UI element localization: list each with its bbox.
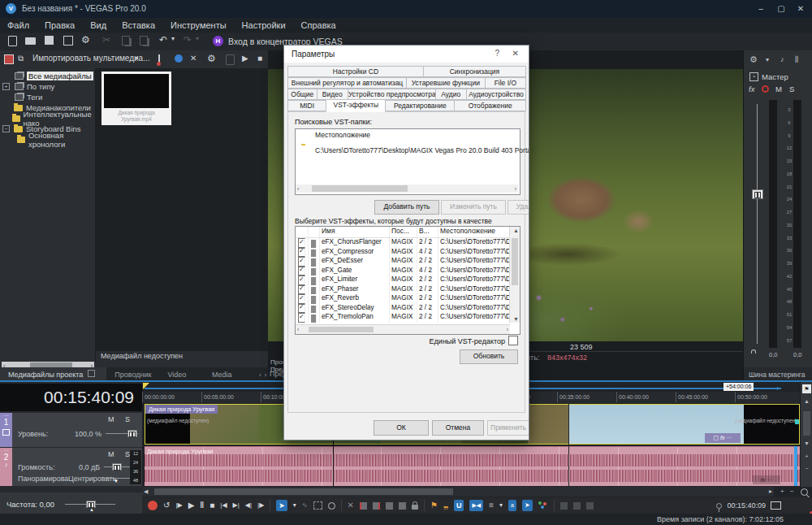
video-track-header[interactable]: ⋯ 1 M S Уровень: 100,0 % (0, 413, 142, 447)
new-project-icon[interactable] (8, 36, 17, 46)
scrollbar-thumb[interactable] (512, 238, 518, 285)
preview-stop-icon[interactable]: ■ (257, 54, 262, 63)
vst-effect-row[interactable]: eFX_StereoDelay MAGIX 2 / 2 C:\Users\DTo… (296, 304, 520, 314)
effect-enabled-checkbox[interactable] (298, 248, 305, 258)
ok-button[interactable]: ОК (374, 420, 429, 436)
audio-clip[interactable]: Дикая природа Уругвая fx ⋯ (145, 446, 800, 486)
scroll-down-icon[interactable]: ▼ (801, 440, 812, 446)
title-bar[interactable]: V Без названия * - VEGAS Pro 20.0 – ▢ ✕ (0, 0, 812, 18)
video-clip-buttons[interactable]: ▢ fx ⋯ (705, 433, 741, 443)
vst-effect-row[interactable]: eFX_Reverb MAGIX 2 / 2 C:\Users\DToretto… (296, 294, 520, 304)
effect-enabled-checkbox[interactable] (298, 285, 305, 295)
effect-enabled-checkbox[interactable] (298, 257, 305, 267)
scroll-up-icon[interactable]: ▲ (512, 228, 520, 233)
menu-item[interactable]: Правка (45, 20, 75, 30)
tab-video[interactable]: Видео (317, 89, 348, 100)
selection-tool-button[interactable]: ➤ (276, 500, 287, 511)
normal-edit-tool-toggle[interactable]: ➤ (522, 500, 533, 511)
level-value[interactable]: 100,0 % (75, 430, 102, 438)
vst-folders-list[interactable]: Местоположение C:\Users\DToretto777\Desk… (295, 128, 520, 195)
scrollbar-thumb[interactable] (309, 327, 374, 332)
dialog-title-bar[interactable]: Параметры ? ✕ (284, 46, 529, 63)
project-properties-gear-icon[interactable]: ⚙ (81, 34, 90, 46)
go-to-end-icon[interactable]: ▶| (233, 500, 240, 511)
master-mute-button[interactable]: M (775, 85, 782, 93)
tab-sync[interactable]: Синхронизация (423, 66, 526, 77)
import-media-button[interactable]: Импортировать мультимедиа... (32, 54, 150, 63)
mixer-downmix-icon[interactable]: ▾ (766, 56, 769, 63)
tab-midi[interactable]: MIDI (287, 100, 326, 111)
scrollbar-thumb[interactable] (312, 185, 408, 192)
external-monitor-icon[interactable] (771, 501, 781, 510)
loop-length-badge[interactable]: +54:00:06 (723, 383, 754, 391)
zoom-in-time-icon[interactable]: + (780, 487, 784, 497)
scroll-right-icon[interactable]: › (513, 186, 518, 192)
vst-effect-row[interactable]: eFX_ChorusFlanger MAGIX 2 / 2 C:\Users\D… (296, 238, 520, 248)
preview-play-icon[interactable]: ▶ (242, 54, 248, 63)
tab-file-io[interactable]: File I/O (485, 77, 526, 89)
record-arm-icon[interactable] (762, 85, 769, 93)
scroll-right-icon[interactable]: ▸ (769, 487, 772, 497)
level-slider-handle[interactable] (127, 430, 137, 437)
tab-display[interactable]: Отображение (454, 100, 526, 111)
play-from-start-icon[interactable]: |▶ (175, 500, 182, 511)
effect-enabled-checkbox[interactable] (298, 267, 305, 276)
tool-dropdown-icon[interactable]: ▾ (293, 500, 296, 511)
menu-item[interactable]: Файл (7, 20, 29, 30)
vst-effect-row[interactable]: eFX_Compressor MAGIX 4 / 2 C:\Users\DTor… (296, 248, 520, 258)
audio-track-header[interactable]: ⋯ 2 ♪ M S Громкость: 0,0 дБ Панорамирова… (0, 448, 142, 486)
insert-region-icon[interactable]: ❠ (443, 500, 448, 511)
undo-dropdown-icon[interactable]: ▾ (171, 35, 175, 42)
tab-general[interactable]: Общие (287, 89, 317, 100)
menu-item[interactable]: Вставка (122, 20, 155, 30)
volume-slider-handle[interactable] (112, 463, 122, 471)
single-vst-editor-checkbox[interactable] (508, 336, 518, 345)
folders-horizontal-scrollbar[interactable]: ‹ › (296, 184, 518, 193)
mixer-faders-icon[interactable]: ⫼ (795, 55, 798, 64)
vertical-scrollbar-thumb[interactable] (803, 411, 810, 436)
audio-clip-buttons[interactable]: fx ⋯ (753, 475, 780, 484)
vst-effect-row[interactable]: eFX_DeEsser MAGIX 2 / 2 C:\Users\DTorett… (296, 257, 520, 267)
get-media-web-icon[interactable] (175, 54, 183, 63)
auto-crossfade-toggle[interactable]: ▶◀ (469, 500, 483, 511)
effect-enabled-checkbox[interactable] (298, 304, 305, 314)
tab-vst-effects[interactable]: VST-эффекты (326, 99, 386, 112)
properties-window-icon[interactable] (63, 36, 73, 46)
vst-folder-path[interactable]: C:\Users\DToretto777\Desktop\MAGIX Vegas… (315, 146, 529, 154)
zoom-out-track-icon[interactable]: − (801, 466, 812, 471)
tree-item-main-timeline[interactable]: Основная хронологи (0, 134, 95, 145)
close-button[interactable]: ✕ (792, 2, 810, 15)
audio-track-mute-button[interactable]: M (108, 450, 114, 458)
float-icon[interactable] (88, 370, 95, 377)
ripple-edit-icon[interactable]: ≡ (489, 500, 494, 511)
record-button[interactable] (148, 501, 158, 510)
scroll-left-icon[interactable]: ◀ (142, 488, 149, 495)
master-fader-track[interactable] (757, 104, 758, 344)
zoom-in-track-icon[interactable]: + (801, 453, 812, 459)
cancel-button[interactable]: Отмена (432, 420, 484, 436)
color-markers-icon[interactable] (538, 501, 548, 510)
expand-icon[interactable]: + (2, 83, 10, 90)
master-fader-handle[interactable] (752, 189, 763, 199)
envelope-tool-icon[interactable]: ∿ (302, 500, 308, 511)
master-solo-button[interactable]: S (789, 85, 794, 93)
loop-playback-icon[interactable]: ↺ (163, 500, 170, 511)
effect-enabled-checkbox[interactable] (298, 276, 305, 285)
save-icon[interactable] (45, 36, 54, 45)
refresh-button[interactable]: Обновить (460, 349, 518, 364)
menu-item[interactable]: Инструменты (171, 20, 227, 30)
dialog-close-button[interactable]: ✕ (512, 49, 519, 58)
scroll-down-icon[interactable]: ▼ (512, 316, 520, 322)
timecode-display[interactable]: 00:15:40:09 (0, 384, 142, 411)
scroll-left-icon[interactable]: ‹ (296, 327, 300, 332)
video-track-tab[interactable]: ⋯ 1 (0, 413, 12, 447)
vst-effect-row[interactable]: eFX_Phaser MAGIX 2 / 2 C:\Users\DToretto… (296, 285, 520, 295)
clip-edge-handle[interactable] (795, 419, 799, 424)
tab-external-control[interactable]: Внешний регулятор и автоматизац (287, 77, 407, 89)
vegas-hub-icon[interactable]: H (213, 36, 223, 46)
tab-preview-device[interactable]: Устройство предпросмотра (348, 89, 436, 100)
zoom-tool-icon[interactable] (801, 488, 808, 496)
tree-item-by-type[interactable]: + По типу (0, 81, 95, 92)
pan-value[interactable]: Центрировать (68, 475, 116, 483)
tab-cd-settings[interactable]: Настройки CD (287, 66, 424, 77)
